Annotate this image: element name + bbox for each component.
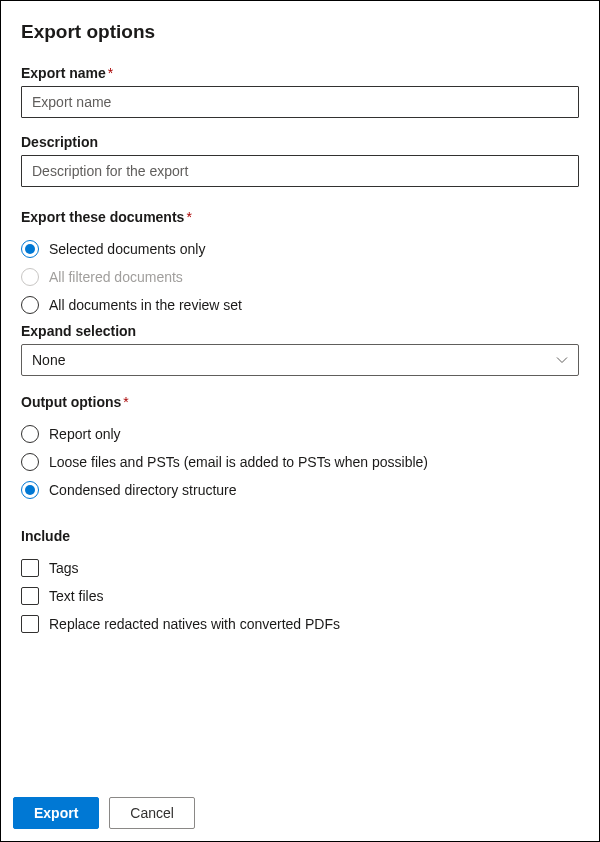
radio-label: Loose files and PSTs (email is added to … xyxy=(49,454,428,470)
radio-loose-files-psts[interactable]: Loose files and PSTs (email is added to … xyxy=(21,448,579,476)
radio-condensed-directory[interactable]: Condensed directory structure xyxy=(21,476,579,504)
radio-selected-documents-only[interactable]: Selected documents only xyxy=(21,235,579,263)
output-options-group-label-text: Output options xyxy=(21,394,121,410)
checkbox-tags[interactable]: Tags xyxy=(21,554,579,582)
checkbox-icon xyxy=(21,587,39,605)
radio-icon xyxy=(21,453,39,471)
checkbox-icon xyxy=(21,615,39,633)
include-group-label: Include xyxy=(21,528,579,544)
export-button[interactable]: Export xyxy=(13,797,99,829)
radio-label: All documents in the review set xyxy=(49,297,242,313)
chevron-down-icon xyxy=(556,354,568,366)
export-docs-group-label: Export these documents* xyxy=(21,209,579,225)
expand-selection-label: Expand selection xyxy=(21,323,579,339)
radio-label: Selected documents only xyxy=(49,241,205,257)
output-options-group-label: Output options* xyxy=(21,394,579,410)
cancel-button[interactable]: Cancel xyxy=(109,797,195,829)
export-name-label-text: Export name xyxy=(21,65,106,81)
export-docs-group-label-text: Export these documents xyxy=(21,209,184,225)
radio-report-only[interactable]: Report only xyxy=(21,420,579,448)
checkbox-label: Replace redacted natives with converted … xyxy=(49,616,340,632)
checkbox-text-files[interactable]: Text files xyxy=(21,582,579,610)
radio-all-filtered-documents: All filtered documents xyxy=(21,263,579,291)
radio-icon xyxy=(21,481,39,499)
checkbox-icon xyxy=(21,559,39,577)
description-input[interactable] xyxy=(21,155,579,187)
checkbox-replace-redacted[interactable]: Replace redacted natives with converted … xyxy=(21,610,579,638)
radio-label: All filtered documents xyxy=(49,269,183,285)
checkbox-label: Text files xyxy=(49,588,103,604)
checkbox-label: Tags xyxy=(49,560,79,576)
radio-all-documents-in-review-set[interactable]: All documents in the review set xyxy=(21,291,579,319)
radio-icon xyxy=(21,296,39,314)
required-asterisk: * xyxy=(108,65,113,81)
radio-icon xyxy=(21,240,39,258)
required-asterisk: * xyxy=(186,209,191,225)
dropdown-value: None xyxy=(32,352,65,368)
radio-icon xyxy=(21,268,39,286)
radio-label: Report only xyxy=(49,426,121,442)
page-title: Export options xyxy=(21,21,579,43)
export-name-input[interactable] xyxy=(21,86,579,118)
export-name-label: Export name* xyxy=(21,65,579,81)
footer: Export Cancel xyxy=(13,797,195,829)
expand-selection-dropdown[interactable]: None xyxy=(21,344,579,376)
description-label: Description xyxy=(21,134,579,150)
radio-icon xyxy=(21,425,39,443)
required-asterisk: * xyxy=(123,394,128,410)
radio-label: Condensed directory structure xyxy=(49,482,237,498)
